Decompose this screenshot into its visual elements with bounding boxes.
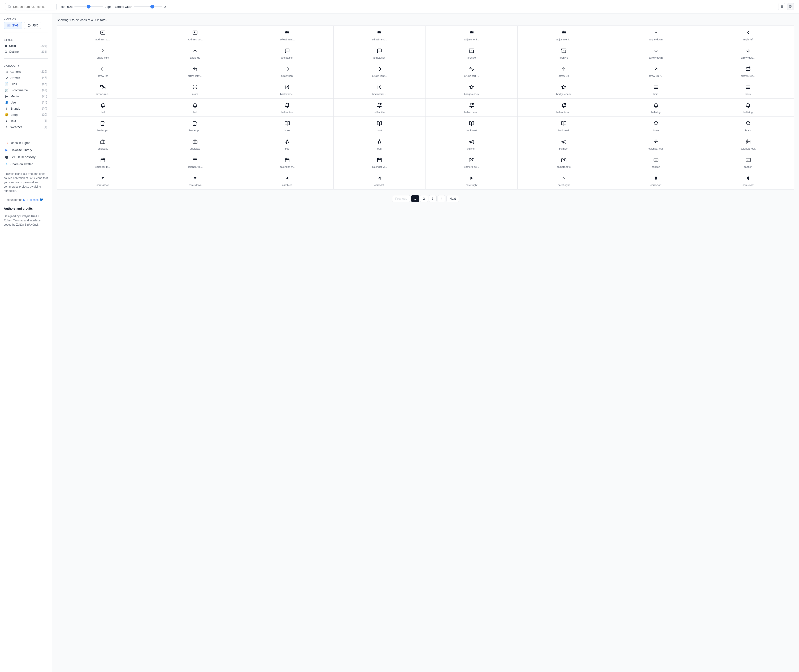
- grid-view-button[interactable]: [787, 3, 794, 10]
- twitter-link[interactable]: 𝕏 Share on Twitter: [4, 161, 48, 167]
- icon-cell[interactable]: adjustment...: [241, 26, 333, 44]
- icon-cell[interactable]: caret-sort: [610, 171, 702, 189]
- icon-cell[interactable]: address-bo...: [57, 26, 149, 44]
- icon-cell[interactable]: calendar-m...: [57, 153, 149, 171]
- icon-cell[interactable]: brain: [610, 117, 702, 135]
- icon-cell[interactable]: camera-de...: [426, 153, 518, 171]
- icon-cell[interactable]: bell-ring: [610, 99, 702, 117]
- figma-link[interactable]: ⬡ Icons in Figma: [4, 140, 48, 146]
- icon-cell[interactable]: calendar-m...: [149, 153, 241, 171]
- icon-cell[interactable]: annotation: [333, 44, 426, 62]
- icon-cell[interactable]: bell-ring: [702, 99, 794, 117]
- icon-cell[interactable]: bookmark: [518, 117, 610, 135]
- icon-cell[interactable]: bookmark: [426, 117, 518, 135]
- icon-cell[interactable]: arrow-right: [241, 62, 333, 80]
- icon-cell[interactable]: bug: [333, 135, 426, 153]
- page-3-button[interactable]: 3: [429, 195, 437, 202]
- icon-cell[interactable]: archive: [426, 44, 518, 62]
- mit-link[interactable]: MIT License: [23, 198, 38, 202]
- icon-cell[interactable]: caret-left: [241, 171, 333, 189]
- icon-cell[interactable]: angle-down: [610, 26, 702, 44]
- cat-media[interactable]: ▶ Media (26): [4, 93, 48, 99]
- search-box[interactable]: [5, 3, 57, 10]
- icon-cell[interactable]: bars: [702, 80, 794, 99]
- icon-cell[interactable]: arrow-down: [610, 44, 702, 62]
- icon-cell[interactable]: angle-up: [149, 44, 241, 62]
- icon-cell[interactable]: annotation: [241, 44, 333, 62]
- icon-cell[interactable]: bell-active: [241, 99, 333, 117]
- icon-cell[interactable]: book: [333, 117, 426, 135]
- previous-button[interactable]: Previous: [392, 195, 410, 202]
- copy-jsx-button[interactable]: JSX: [24, 22, 42, 29]
- icon-cell[interactable]: bullhorn: [518, 135, 610, 153]
- icon-cell[interactable]: arrow-left-t...: [149, 62, 241, 80]
- icon-cell[interactable]: blender-ph...: [57, 117, 149, 135]
- icon-cell[interactable]: caption: [702, 153, 794, 171]
- copy-svg-button[interactable]: SVG: [4, 22, 22, 29]
- icon-cell[interactable]: backward-...: [333, 80, 426, 99]
- icon-cell[interactable]: caret-sort: [702, 171, 794, 189]
- cat-text[interactable]: T Text (8): [4, 118, 48, 124]
- icon-cell[interactable]: brain: [702, 117, 794, 135]
- icon-cell[interactable]: angle-left: [702, 26, 794, 44]
- icon-cell[interactable]: bell: [57, 99, 149, 117]
- icon-cell[interactable]: caption: [610, 153, 702, 171]
- icon-size-slider[interactable]: [74, 6, 103, 7]
- style-outline[interactable]: Outline (236): [4, 49, 48, 54]
- github-link[interactable]: ⬤ GitHub Repository: [4, 154, 48, 160]
- icon-cell[interactable]: badge-check: [518, 80, 610, 99]
- icon-cell[interactable]: adjustment...: [333, 26, 426, 44]
- cat-user[interactable]: 👤 User (18): [4, 99, 48, 106]
- next-button[interactable]: Next: [446, 195, 459, 202]
- icon-cell[interactable]: calendar-edit: [702, 135, 794, 153]
- icon-cell[interactable]: arrows-rep...: [702, 62, 794, 80]
- list-view-button[interactable]: [778, 3, 785, 10]
- icon-cell[interactable]: archive: [518, 44, 610, 62]
- icon-cell[interactable]: bell-active-...: [518, 99, 610, 117]
- cat-files[interactable]: 📄 Files (57): [4, 81, 48, 87]
- icon-cell[interactable]: calendar-w...: [333, 153, 426, 171]
- icon-cell[interactable]: caret-down: [149, 171, 241, 189]
- cat-general[interactable]: ⊞ General (216): [4, 69, 48, 75]
- icon-cell[interactable]: arrow-up: [518, 62, 610, 80]
- icon-cell[interactable]: book: [241, 117, 333, 135]
- icon-cell[interactable]: caret-right: [518, 171, 610, 189]
- icon-cell[interactable]: atom: [149, 80, 241, 99]
- cat-emoji[interactable]: 😊 Emoji (10): [4, 112, 48, 118]
- icon-cell[interactable]: arrow-right...: [333, 62, 426, 80]
- icon-cell[interactable]: briefcase: [149, 135, 241, 153]
- page-1-button[interactable]: 1: [411, 195, 419, 202]
- icon-cell[interactable]: backward-...: [241, 80, 333, 99]
- style-solid[interactable]: Solid (201): [4, 43, 48, 49]
- icon-cell[interactable]: camera-foto: [518, 153, 610, 171]
- icon-cell[interactable]: calendar-w...: [241, 153, 333, 171]
- icon-cell[interactable]: caret-right: [426, 171, 518, 189]
- cat-arrows[interactable]: ↺ Arrows (47): [4, 75, 48, 81]
- icon-cell[interactable]: bell-active-...: [426, 99, 518, 117]
- icon-cell[interactable]: caret-down: [57, 171, 149, 189]
- icon-cell[interactable]: blender-ph...: [149, 117, 241, 135]
- icon-cell[interactable]: calendar-edit: [610, 135, 702, 153]
- icon-cell[interactable]: bell: [149, 99, 241, 117]
- page-2-button[interactable]: 2: [420, 195, 428, 202]
- icon-cell[interactable]: bug: [241, 135, 333, 153]
- stroke-width-slider[interactable]: [134, 6, 162, 7]
- cat-brands[interactable]: f Brands (10): [4, 106, 48, 112]
- icon-cell[interactable]: address-bo...: [149, 26, 241, 44]
- icon-cell[interactable]: arrow-dow...: [702, 44, 794, 62]
- search-input[interactable]: [13, 5, 54, 8]
- icon-cell[interactable]: badge-check: [426, 80, 518, 99]
- icon-cell[interactable]: arrow-sort-...: [426, 62, 518, 80]
- page-4-button[interactable]: 4: [437, 195, 445, 202]
- cat-ecommerce[interactable]: 🛒 E-commerce (41): [4, 87, 48, 93]
- icon-cell[interactable]: bars: [610, 80, 702, 99]
- icon-cell[interactable]: briefcase: [57, 135, 149, 153]
- icon-cell[interactable]: arrow-up-ri...: [610, 62, 702, 80]
- icon-cell[interactable]: bullhorn: [426, 135, 518, 153]
- icon-cell[interactable]: arrow-left: [57, 62, 149, 80]
- cat-weather[interactable]: ☀ Weather (4): [4, 124, 48, 130]
- icon-cell[interactable]: bell-active: [333, 99, 426, 117]
- icon-cell[interactable]: adjustment...: [518, 26, 610, 44]
- icon-cell[interactable]: caret-left: [333, 171, 426, 189]
- icon-cell[interactable]: angle-right: [57, 44, 149, 62]
